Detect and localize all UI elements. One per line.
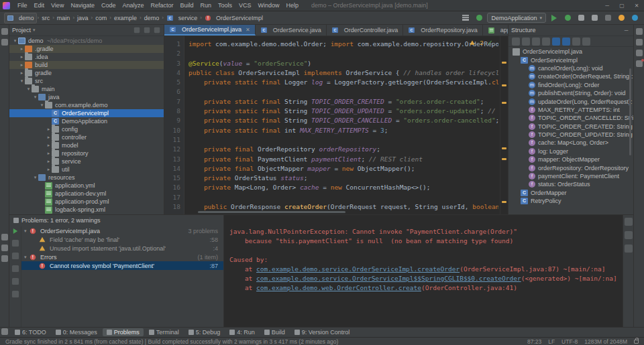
clear-console-icon[interactable] xyxy=(625,245,633,253)
tree-item-config[interactable]: ▸config xyxy=(9,125,164,133)
structure-item-updateorder[interactable]: updateOrder(Long, OrderRequest): OrderRe… xyxy=(508,97,633,105)
error-stripe-mark[interactable] xyxy=(502,62,506,64)
structure-item-topic-order-cancelled--string[interactable]: TOPIC_ORDER_CANCELLED: String xyxy=(508,114,633,122)
breadcrumb-item-orderserviceimpl[interactable]: OrderServiceImpl xyxy=(203,13,265,23)
minimize-button[interactable]: ─ xyxy=(600,1,614,11)
tree-item-java[interactable]: ▾java xyxy=(9,93,164,101)
tree-item-main[interactable]: ▾main xyxy=(9,85,164,93)
structure-item-cache--map-long--order-[interactable]: cache: Map<Long, Order> xyxy=(508,139,633,147)
structure-toolbar-button-3[interactable] xyxy=(542,38,550,46)
breadcrumb-item-service[interactable]: service xyxy=(164,13,200,23)
structure-item-retrypolicy[interactable]: RetryPolicy xyxy=(508,197,633,205)
problem-row[interactable]: ▾OrderServiceImpl.java3 problems xyxy=(21,226,223,235)
tree-item--gradle[interactable]: ▸.gradle xyxy=(9,45,164,53)
tree-item-util[interactable]: ▸util xyxy=(9,165,164,174)
structure-toolbar-button-1[interactable] xyxy=(522,38,530,46)
settings-icon[interactable] xyxy=(616,13,627,23)
expand-all-icon[interactable] xyxy=(11,253,18,259)
structure-item-orderserviceimpl-java[interactable]: OrderServiceImpl.java xyxy=(508,48,633,56)
breadcrumb-item-main[interactable]: main xyxy=(55,13,72,23)
structure-item-topic-order-updated--string[interactable]: TOPIC_ORDER_UPDATED: String xyxy=(508,131,633,139)
pin-icon[interactable] xyxy=(11,291,18,297)
project-tool-icon[interactable] xyxy=(1,28,8,35)
error-stripe-mark[interactable] xyxy=(502,147,506,149)
horizontal-scrollbar[interactable] xyxy=(198,211,345,213)
search-everywhere-icon[interactable] xyxy=(629,13,640,23)
tree-item-repository[interactable]: ▸repository xyxy=(9,149,164,157)
profiler-icon[interactable] xyxy=(589,13,600,23)
tree-item-demo[interactable]: ▾demo~/IdeaProjects/demo xyxy=(9,37,164,45)
hide-icon[interactable]: ─ xyxy=(622,26,631,35)
editor-tab-orderrepository-java[interactable]: OrderRepository.java xyxy=(403,25,482,36)
structure-toolbar-button-2[interactable] xyxy=(532,38,540,46)
maven-tool-icon[interactable] xyxy=(636,39,643,46)
problem-row[interactable]: ▾Errors(1 item) xyxy=(21,253,223,261)
scroll-to-end-icon[interactable] xyxy=(625,231,633,239)
breadcrumb-item-src[interactable]: src xyxy=(40,13,52,23)
menu-build[interactable]: Build xyxy=(176,0,197,11)
structure-tool-icon[interactable] xyxy=(1,39,8,46)
tree-item-controller[interactable]: ▸controller xyxy=(9,133,164,141)
structure-item-orderrepository--orderrepository[interactable]: orderRepository: OrderRepository xyxy=(508,163,633,171)
stacktrace-link[interactable]: com.example.demo.service.OrderServiceImp… xyxy=(256,275,521,282)
soft-wrap-icon[interactable] xyxy=(625,218,633,226)
toolwindow-button-0--messages[interactable]: 0: Messages xyxy=(52,328,101,336)
editor-tab-orderservice-java[interactable]: OrderService.java xyxy=(256,25,327,36)
toolwindow-button-terminal[interactable]: Terminal xyxy=(145,328,183,336)
tree-item-application-dev-yml[interactable]: application-dev.yml xyxy=(9,190,164,198)
menu-navigate[interactable]: Navigate xyxy=(67,0,98,11)
database-tool-icon[interactable] xyxy=(636,50,643,56)
todo-tool-icon[interactable] xyxy=(1,255,8,262)
hide-icon[interactable] xyxy=(152,26,161,35)
toolwindow-button-5--debug[interactable]: 5: Debug xyxy=(184,328,225,336)
console-output[interactable]: java.lang.NullPointerException: Cannot i… xyxy=(224,214,623,327)
tree-item-com-example-demo[interactable]: ▾com.example.demo xyxy=(9,101,164,109)
structure-item-log--logger[interactable]: log: Logger xyxy=(508,147,633,155)
tree-item-model[interactable]: ▸model xyxy=(9,141,164,149)
write-lock-icon[interactable] xyxy=(634,340,639,344)
menu-refactor[interactable]: Refactor xyxy=(147,0,176,11)
status-segment[interactable]: 87:23 xyxy=(527,338,541,345)
structure-scrollbar[interactable] xyxy=(629,68,631,155)
structure-toolbar-button-4[interactable] xyxy=(552,38,560,46)
breadcrumb-item-java[interactable]: java xyxy=(75,13,91,23)
breadcrumb-item-com[interactable]: com xyxy=(93,13,109,23)
notifications-icon[interactable] xyxy=(636,60,643,67)
run-config-select[interactable]: DemoApplication▾ xyxy=(487,13,546,23)
menu-edit[interactable]: Edit xyxy=(31,0,48,11)
structure-item-max-retry-attempts--int[interactable]: MAX_RETRY_ATTEMPTS: int xyxy=(508,106,633,114)
toolwindow-switcher-icon[interactable] xyxy=(1,328,8,335)
menu-help[interactable]: Help xyxy=(283,0,303,11)
maximize-button[interactable]: ▢ xyxy=(614,1,629,11)
structure-item-topic-order-created--string[interactable]: TOPIC_ORDER_CREATED: String xyxy=(508,123,633,131)
structure-toolbar-button-0[interactable] xyxy=(512,38,520,46)
build-icon[interactable] xyxy=(460,13,471,23)
tree-item-application-yml[interactable]: application.yml xyxy=(9,182,164,190)
structure-item-ordermapper[interactable]: OrderMapper xyxy=(508,189,633,197)
menu-view[interactable]: View xyxy=(48,0,67,11)
tree-item-resources[interactable]: ▾resources xyxy=(9,174,164,182)
settings-icon[interactable] xyxy=(11,278,18,285)
structure-item-paymentclient--paymentclient[interactable]: paymentClient: PaymentClient xyxy=(508,172,633,180)
structure-item-publishevent[interactable]: publishEvent(String, Order): void xyxy=(508,89,633,97)
debug-icon[interactable] xyxy=(562,13,573,23)
breadcrumb-item-example[interactable]: example xyxy=(112,13,139,23)
error-stripe-mark[interactable] xyxy=(502,201,506,203)
menu-tools[interactable]: Tools xyxy=(215,0,235,11)
toolwindow-button-problems[interactable]: Problems xyxy=(103,328,144,336)
error-stripe-mark[interactable] xyxy=(502,158,506,160)
editor-tab-orderserviceimpl-java[interactable]: OrderServiceImpl.java✕ xyxy=(164,25,256,36)
project-panel-header[interactable]: Project ▾ xyxy=(9,25,164,36)
code-area[interactable]: import com.example.demo.model.Order; imp… xyxy=(189,36,498,214)
menu-code[interactable]: Code xyxy=(98,0,119,11)
close-tab-icon[interactable]: ✕ xyxy=(246,27,250,33)
error-stripe[interactable] xyxy=(500,36,508,214)
stacktrace-link[interactable]: com.example.demo.service.OrderServiceImp… xyxy=(256,265,460,273)
breadcrumb-item-demo[interactable]: demo xyxy=(4,13,37,23)
tree-item--idea[interactable]: ▸.idea xyxy=(9,53,164,61)
settings-icon[interactable] xyxy=(142,26,151,35)
tree-item-gradle[interactable]: ▸gradle xyxy=(9,69,164,77)
error-stripe-mark[interactable] xyxy=(502,84,506,86)
stacktrace-link[interactable]: com.example.demo.web.OrderController.cre… xyxy=(256,284,421,291)
toolwindow-button-9--version-control[interactable]: 9: Version Control xyxy=(290,328,354,336)
